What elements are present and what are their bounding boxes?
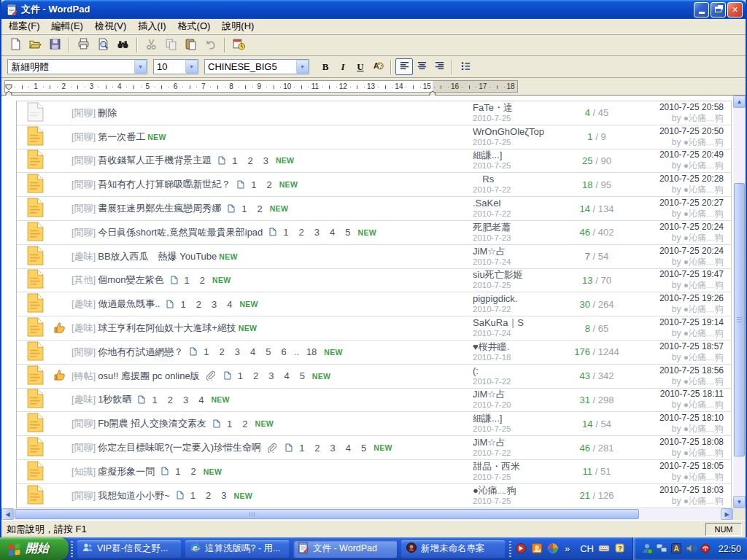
page-link[interactable]: 2 [314, 443, 320, 454]
scroll-right-button[interactable]: ▶ [721, 508, 733, 520]
page-link[interactable]: 5 [345, 227, 350, 238]
last-post-author[interactable]: by ●沁痛﹏狗 [630, 280, 724, 291]
page-link[interactable]: 1 [299, 443, 304, 454]
align-center-button[interactable] [413, 58, 430, 75]
last-post-time[interactable]: 2010-7-25 20:27 [630, 198, 724, 209]
chevron-down-icon[interactable]: ▼ [134, 60, 147, 74]
thread-title-link[interactable]: osu!! 應援團 pc online版 [98, 370, 199, 383]
menu-view[interactable]: 檢視(V) [89, 18, 132, 34]
last-post-time[interactable]: 2010-7-25 18:08 [630, 437, 724, 448]
taskbar-button-[interactable]: e這算洗版嗎? - 用... [185, 540, 289, 558]
page-link[interactable]: 4 [346, 443, 351, 454]
thread-title-link[interactable]: 你定左目標味呢?(一定要入)珍惜生命啊 [98, 441, 261, 454]
author-link[interactable]: ●沁痛﹏狗 [473, 485, 564, 496]
page-link[interactable]: 5 [361, 443, 366, 454]
avira-icon[interactable] [700, 542, 712, 555]
author-link[interactable]: FaTe・達 [473, 102, 564, 113]
last-post-author[interactable]: by ●沁痛﹏狗 [630, 496, 724, 507]
last-post-time[interactable]: 2010-7-25 20:28 [630, 174, 724, 184]
page-link[interactable]: 1 [190, 490, 196, 501]
last-post-author[interactable]: by ●沁痛﹏狗 [630, 160, 724, 171]
author-link[interactable]: JiM☆占 [473, 437, 564, 448]
vertical-scroll-thumb[interactable] [734, 183, 745, 456]
align-left-button[interactable] [395, 58, 413, 75]
last-post-author[interactable]: by ●沁痛﹏狗 [630, 184, 724, 195]
page-link[interactable]: 1 [227, 419, 232, 429]
open-button[interactable] [26, 36, 44, 54]
minimize-button[interactable] [694, 2, 709, 18]
volume-icon[interactable] [685, 542, 697, 555]
vertical-scrollbar[interactable]: ▲ ▼ [733, 96, 746, 508]
author-link[interactable]: .SaKel [473, 198, 564, 209]
print-button[interactable] [74, 36, 93, 54]
author-link[interactable]: 細謙...] [473, 149, 564, 160]
language-indicator[interactable]: CH [580, 543, 594, 554]
page-link[interactable]: 18 [306, 346, 317, 357]
thread-title-link[interactable]: Fb開農 招人交換渣交素友 [98, 417, 206, 430]
horizontal-scroll-thumb[interactable] [15, 509, 639, 519]
page-link[interactable]: 3 [314, 227, 320, 238]
page-link[interactable]: 1 [152, 394, 157, 405]
last-post-author[interactable]: by ●沁痛﹏狗 [630, 113, 724, 124]
network-icon[interactable] [656, 542, 668, 555]
thread-title-link[interactable]: 第一次番工 [98, 131, 145, 144]
ruler-strip[interactable]: 123456789101112131415161718 [4, 80, 518, 93]
last-post-time[interactable]: 2010-7-25 18:03 [630, 485, 724, 496]
page-link[interactable]: 4 [330, 227, 335, 238]
page-link[interactable]: 2 [299, 227, 304, 238]
page-link[interactable]: 1 [283, 227, 288, 238]
last-post-time[interactable]: 2010-7-25 19:26 [630, 293, 724, 304]
last-post-time[interactable]: 2010-7-25 18:11 [630, 389, 724, 400]
menu-file[interactable]: 檔案(F) [3, 18, 46, 34]
realplayer-icon[interactable] [515, 542, 528, 556]
document-viewport[interactable]: [閒聊]刪除FaTe・達2010-7-254 / 452010-7-25 20:… [1, 96, 733, 508]
menu-format[interactable]: 格式(O) [172, 18, 217, 34]
page-link[interactable]: 2 [196, 299, 201, 310]
font-combo[interactable]: 新細明體 ▼ [7, 59, 147, 74]
last-post-author[interactable]: by ●沁痛﹏狗 [630, 352, 724, 363]
font-color-button[interactable]: A [369, 58, 387, 75]
author-link[interactable]: siu死亡影姬 [473, 269, 564, 280]
page-link[interactable]: 1 [204, 346, 209, 357]
author-link[interactable]: JiM☆占 [473, 246, 564, 257]
author-link[interactable]: WrOnGhOleζTop [473, 126, 564, 137]
page-link[interactable]: 2 [200, 275, 205, 286]
page-link[interactable]: 1 [232, 155, 237, 166]
new-button[interactable] [7, 36, 25, 54]
last-post-time[interactable]: 2010-7-25 18:57 [630, 341, 724, 352]
author-link[interactable]: JiM☆占 [473, 389, 564, 400]
thread-row[interactable]: [閒聊]你定左目標味呢?(一定要入)珍惜生命啊12345NEWJiM☆占2010… [17, 436, 731, 460]
chevron-down-icon[interactable]: ▼ [296, 60, 309, 74]
last-post-author[interactable]: by ●沁痛﹏狗 [630, 448, 724, 459]
page-link[interactable]: 2 [242, 419, 247, 429]
page-link[interactable]: 2 [247, 155, 252, 166]
author-link[interactable]: (: [473, 365, 564, 376]
thread-row[interactable]: [閒聊]第一次番工NEWWrOnGhOleζTop2010-7-251 / 92… [17, 125, 731, 149]
taskbar-button-vip[interactable]: VIP群-信長之野... [77, 540, 181, 558]
save-button[interactable] [46, 36, 64, 54]
restore-button[interactable] [711, 2, 726, 18]
page-link[interactable]: 3 [268, 370, 274, 381]
last-post-author[interactable]: by ●沁痛﹏狗 [630, 400, 724, 411]
last-post-author[interactable]: by ●沁痛﹏狗 [630, 137, 724, 148]
page-link[interactable]: 1 [251, 179, 256, 190]
page-link[interactable]: 3 [183, 394, 188, 405]
right-indent-marker[interactable] [429, 87, 436, 93]
thread-title-link[interactable]: 我想知道小小野~ [98, 489, 170, 502]
menu-insert[interactable]: 插入(I) [132, 18, 171, 34]
toolbar-grip[interactable] [509, 541, 511, 557]
start-button[interactable]: 開始 [0, 537, 69, 560]
left-indent-marker[interactable] [5, 87, 12, 93]
alert-icon[interactable]: A [670, 542, 683, 555]
page-link[interactable]: 5 [300, 370, 305, 381]
thread-title-link[interactable]: 今日眞係short咗,竟然買咗最貴果部ipad [98, 226, 263, 239]
first-line-indent-marker[interactable] [5, 80, 12, 87]
last-post-author[interactable]: by ●沁痛﹏狗 [630, 376, 724, 387]
page-link[interactable]: 3 [263, 155, 268, 166]
page-link[interactable]: 1 [175, 466, 180, 477]
page-link[interactable]: 1 [241, 203, 247, 214]
last-post-author[interactable]: by ●沁痛﹏狗 [630, 257, 724, 268]
page-link[interactable]: 3 [235, 346, 240, 357]
last-post-time[interactable]: 2010-7-25 20:24 [630, 222, 724, 233]
last-post-author[interactable]: by ●沁痛﹏狗 [630, 472, 724, 483]
